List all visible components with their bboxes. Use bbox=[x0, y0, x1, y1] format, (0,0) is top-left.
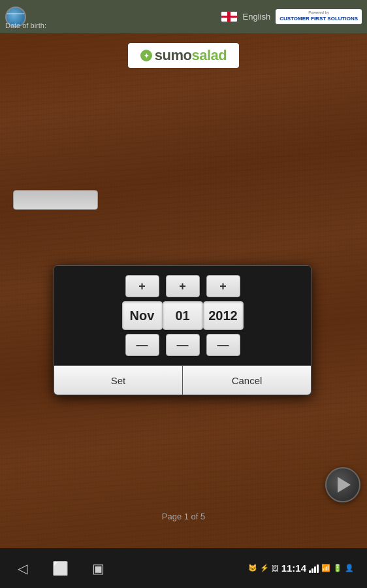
month-value: Nov bbox=[122, 301, 163, 330]
nav-buttons: ◁ ⬜ ▣ bbox=[13, 559, 107, 578]
home-nav-icon[interactable]: ⬜ bbox=[51, 559, 69, 578]
date-picker-actions: Set Cancel bbox=[54, 365, 311, 395]
status-icons: 🐱 ⚡ 🖼 11:14 📶 🔋 👤 bbox=[248, 563, 354, 574]
cat-icon: 🐱 bbox=[248, 564, 257, 572]
play-button[interactable] bbox=[325, 467, 360, 502]
date-of-birth-label: Date of birth: bbox=[5, 22, 46, 29]
powered-by-badge: Powered by CUSTOMER FIRST SOLUTIONS bbox=[276, 9, 362, 24]
logo-icon: ✦ bbox=[140, 50, 152, 61]
wifi-icon: 📶 bbox=[321, 564, 330, 572]
day-value: 01 bbox=[163, 301, 203, 330]
language-label[interactable]: English bbox=[243, 12, 271, 22]
signal-bars bbox=[309, 564, 319, 573]
main-content: ✦ sumosalad + Nov — + 01 — + 2012 bbox=[0, 33, 367, 548]
set-button[interactable]: Set bbox=[54, 366, 183, 395]
image-icon: 🖼 bbox=[272, 564, 279, 572]
page-info: Page 1 of 5 bbox=[162, 512, 206, 521]
day-column: + 01 — bbox=[163, 275, 203, 356]
logo-salad-text: salad bbox=[191, 47, 227, 63]
month-decrement-button[interactable]: — bbox=[125, 334, 159, 356]
time-display: 11:14 bbox=[281, 563, 306, 574]
user-icon: 👤 bbox=[345, 564, 354, 572]
year-decrement-button[interactable]: — bbox=[206, 334, 240, 356]
logo-container: ✦ sumosalad bbox=[128, 43, 239, 68]
date-input-field[interactable] bbox=[13, 190, 98, 210]
year-column: + 2012 — bbox=[203, 275, 244, 356]
usb-icon: ⚡ bbox=[260, 564, 269, 572]
powered-by-text: Powered by bbox=[308, 10, 329, 16]
day-decrement-button[interactable]: — bbox=[166, 334, 200, 356]
date-picker-dialog: + Nov — + 01 — + 2012 — Set Cancel bbox=[54, 265, 311, 395]
month-increment-button[interactable]: + bbox=[125, 275, 159, 297]
battery-icon: 🔋 bbox=[333, 564, 342, 572]
day-increment-button[interactable]: + bbox=[166, 275, 200, 297]
recent-nav-icon[interactable]: ▣ bbox=[89, 559, 107, 578]
year-increment-button[interactable]: + bbox=[206, 275, 240, 297]
top-right-area: English Powered by CUSTOMER FIRST SOLUTI… bbox=[221, 9, 362, 24]
bottom-bar: ◁ ⬜ ▣ 🐱 ⚡ 🖼 11:14 📶 🔋 👤 bbox=[0, 548, 367, 588]
date-picker-controls: + Nov — + 01 — + 2012 — bbox=[54, 266, 311, 365]
logo-sumo-text: sumo bbox=[155, 47, 192, 63]
year-value: 2012 bbox=[203, 301, 244, 330]
brand-name: CUSTOMER FIRST SOLUTIONS bbox=[279, 16, 358, 22]
month-column: + Nov — bbox=[122, 275, 163, 356]
cancel-button[interactable]: Cancel bbox=[183, 366, 311, 395]
top-bar: Date of birth: English Powered by CUSTOM… bbox=[0, 0, 367, 33]
flag-icon bbox=[221, 11, 238, 22]
logo-text: sumosalad bbox=[155, 47, 227, 64]
back-nav-icon[interactable]: ◁ bbox=[13, 559, 31, 578]
